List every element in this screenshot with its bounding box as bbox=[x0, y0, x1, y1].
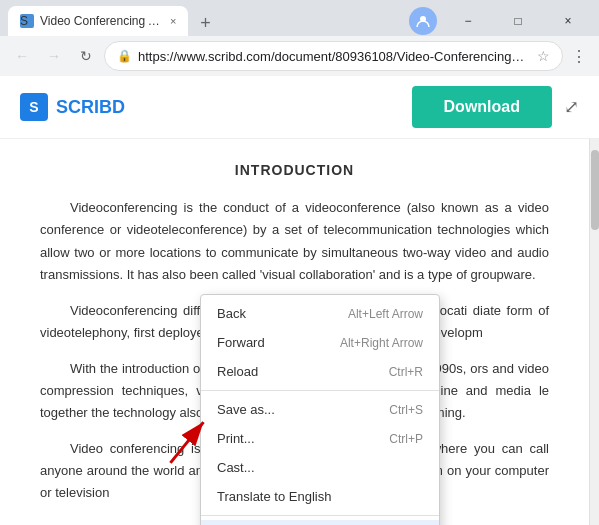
menu-item-back-label: Back bbox=[217, 306, 246, 321]
title-bar: S Video Conferencing Ass… × + − □ × bbox=[0, 0, 599, 36]
document-title: INTRODUCTION bbox=[40, 159, 549, 181]
fullscreen-icon[interactable]: ⤢ bbox=[564, 96, 579, 118]
scrollbar-thumb[interactable] bbox=[591, 150, 599, 230]
menu-item-view-source[interactable]: View page source Ctrl+U bbox=[201, 520, 439, 525]
address-text: https://www.scribd.com/document/80936108… bbox=[138, 49, 531, 64]
menu-separator-2 bbox=[201, 515, 439, 516]
menu-item-print[interactable]: Print... Ctrl+P bbox=[201, 424, 439, 453]
menu-item-back[interactable]: Back Alt+Left Arrow bbox=[201, 299, 439, 328]
menu-item-back-shortcut: Alt+Left Arrow bbox=[348, 307, 423, 321]
menu-item-forward-shortcut: Alt+Right Arrow bbox=[340, 336, 423, 350]
menu-separator-1 bbox=[201, 390, 439, 391]
scribd-logo: S SCRIBD bbox=[20, 93, 125, 121]
bookmark-icon[interactable]: ☆ bbox=[537, 48, 550, 64]
scribd-header: S SCRIBD Download ⤢ bbox=[0, 76, 599, 139]
download-button[interactable]: Download bbox=[412, 86, 552, 128]
active-tab[interactable]: S Video Conferencing Ass… × bbox=[8, 6, 188, 36]
menu-item-reload-label: Reload bbox=[217, 364, 258, 379]
minimize-button[interactable]: − bbox=[445, 7, 491, 35]
menu-item-reload-shortcut: Ctrl+R bbox=[389, 365, 423, 379]
document-wrapper: INTRODUCTION Videoconferencing is the co… bbox=[0, 139, 599, 525]
content-wrapper: S SCRIBD Download ⤢ INTRODUCTION Videoco… bbox=[0, 76, 599, 525]
lock-icon: 🔒 bbox=[117, 49, 132, 63]
scribd-logo-icon: S bbox=[20, 93, 48, 121]
maximize-button[interactable]: □ bbox=[495, 7, 541, 35]
menu-item-cast-label: Cast... bbox=[217, 460, 255, 475]
menu-item-cast[interactable]: Cast... bbox=[201, 453, 439, 482]
tab-favicon: S bbox=[20, 14, 34, 28]
close-button[interactable]: × bbox=[545, 7, 591, 35]
menu-item-save-shortcut: Ctrl+S bbox=[389, 403, 423, 417]
menu-item-translate[interactable]: Translate to English bbox=[201, 482, 439, 511]
tab-title: Video Conferencing Ass… bbox=[40, 14, 160, 28]
menu-item-translate-label: Translate to English bbox=[217, 489, 331, 504]
scrollbar[interactable] bbox=[589, 139, 599, 525]
window-controls: − □ × bbox=[445, 7, 591, 35]
menu-item-save[interactable]: Save as... Ctrl+S bbox=[201, 395, 439, 424]
back-button[interactable]: ← bbox=[8, 42, 36, 70]
main-page: S SCRIBD Download ⤢ INTRODUCTION Videoco… bbox=[0, 76, 599, 525]
browser-window: S Video Conferencing Ass… × + − □ × ← → … bbox=[0, 0, 599, 525]
menu-item-print-label: Print... bbox=[217, 431, 255, 446]
scribd-logo-text: SCRIBD bbox=[56, 97, 125, 118]
menu-item-save-label: Save as... bbox=[217, 402, 275, 417]
address-bar: ← → ↻ 🔒 https://www.scribd.com/document/… bbox=[0, 36, 599, 76]
reload-button[interactable]: ↻ bbox=[72, 42, 100, 70]
forward-button[interactable]: → bbox=[40, 42, 68, 70]
menu-item-forward-label: Forward bbox=[217, 335, 265, 350]
new-tab-button[interactable]: + bbox=[192, 10, 218, 36]
user-avatar[interactable] bbox=[409, 7, 437, 35]
menu-item-print-shortcut: Ctrl+P bbox=[389, 432, 423, 446]
menu-item-reload[interactable]: Reload Ctrl+R bbox=[201, 357, 439, 386]
menu-item-forward[interactable]: Forward Alt+Right Arrow bbox=[201, 328, 439, 357]
tab-close-button[interactable]: × bbox=[170, 15, 176, 27]
svg-line-2 bbox=[161, 422, 213, 463]
paragraph-1: Videoconferencing is the conduct of a vi… bbox=[40, 197, 549, 285]
context-menu: Back Alt+Left Arrow Forward Alt+Right Ar… bbox=[200, 294, 440, 525]
address-input[interactable]: 🔒 https://www.scribd.com/document/809361… bbox=[104, 41, 563, 71]
tab-area: S Video Conferencing Ass… × + bbox=[8, 6, 409, 36]
more-options-button[interactable]: ⋮ bbox=[567, 43, 591, 70]
